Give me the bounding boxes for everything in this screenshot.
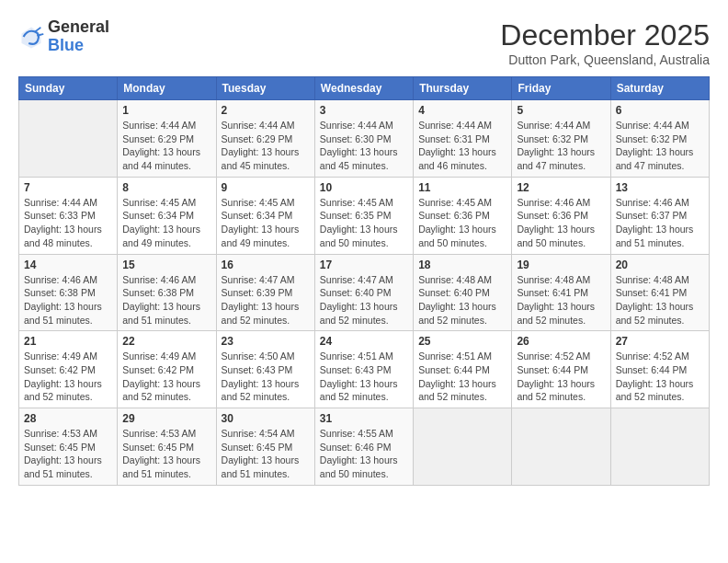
calendar-cell: 14Sunrise: 4:46 AMSunset: 6:38 PMDayligh… <box>19 254 118 331</box>
day-number: 1 <box>122 104 210 117</box>
calendar-cell <box>610 408 709 486</box>
day-number: 13 <box>616 181 704 194</box>
day-number: 17 <box>320 259 408 271</box>
calendar-week-row: 14Sunrise: 4:46 AMSunset: 6:38 PMDayligh… <box>19 254 710 331</box>
day-info: Sunrise: 4:51 AMSunset: 6:43 PMDaylight:… <box>320 350 408 404</box>
day-info: Sunrise: 4:44 AMSunset: 6:33 PMDaylight:… <box>24 196 112 250</box>
day-info: Sunrise: 4:53 AMSunset: 6:45 PMDaylight:… <box>24 427 112 481</box>
day-number: 30 <box>222 412 310 425</box>
calendar-cell: 2Sunrise: 4:44 AMSunset: 6:29 PMDaylight… <box>216 100 314 178</box>
day-number: 24 <box>320 335 408 348</box>
day-number: 3 <box>320 104 408 117</box>
day-info: Sunrise: 4:48 AMSunset: 6:41 PMDaylight:… <box>616 273 704 327</box>
day-number: 16 <box>222 259 310 271</box>
day-info: Sunrise: 4:49 AMSunset: 6:42 PMDaylight:… <box>122 350 210 404</box>
day-info: Sunrise: 4:44 AMSunset: 6:31 PMDaylight:… <box>418 119 506 173</box>
day-info: Sunrise: 4:45 AMSunset: 6:35 PMDaylight:… <box>320 196 408 250</box>
day-number: 26 <box>517 335 605 348</box>
day-number: 4 <box>418 104 506 117</box>
day-number: 23 <box>222 335 310 348</box>
calendar-cell: 18Sunrise: 4:48 AMSunset: 6:40 PMDayligh… <box>414 254 512 331</box>
day-number: 11 <box>418 181 506 194</box>
day-of-week-header: Wednesday <box>314 77 413 100</box>
day-info: Sunrise: 4:46 AMSunset: 6:36 PMDaylight:… <box>517 196 605 250</box>
logo-general: General <box>48 18 109 37</box>
day-info: Sunrise: 4:45 AMSunset: 6:36 PMDaylight:… <box>418 196 506 250</box>
day-number: 22 <box>122 335 210 348</box>
day-info: Sunrise: 4:49 AMSunset: 6:42 PMDaylight:… <box>24 350 112 404</box>
calendar-cell: 10Sunrise: 4:45 AMSunset: 6:35 PMDayligh… <box>314 177 413 254</box>
day-of-week-header: Sunday <box>19 77 118 100</box>
calendar-cell: 28Sunrise: 4:53 AMSunset: 6:45 PMDayligh… <box>19 408 118 486</box>
day-number: 12 <box>517 181 605 194</box>
calendar-cell: 13Sunrise: 4:46 AMSunset: 6:37 PMDayligh… <box>610 177 709 254</box>
day-of-week-header: Tuesday <box>216 77 314 100</box>
calendar-cell <box>414 408 512 486</box>
logo-blue: Blue <box>48 37 109 55</box>
calendar-cell: 26Sunrise: 4:52 AMSunset: 6:44 PMDayligh… <box>512 331 610 408</box>
day-of-week-header: Thursday <box>414 77 512 100</box>
calendar-cell: 22Sunrise: 4:49 AMSunset: 6:42 PMDayligh… <box>118 331 216 408</box>
calendar-cell: 25Sunrise: 4:51 AMSunset: 6:44 PMDayligh… <box>414 331 512 408</box>
day-info: Sunrise: 4:46 AMSunset: 6:38 PMDaylight:… <box>24 273 112 327</box>
calendar-cell: 1Sunrise: 4:44 AMSunset: 6:29 PMDaylight… <box>118 100 216 178</box>
day-info: Sunrise: 4:55 AMSunset: 6:46 PMDaylight:… <box>320 427 408 481</box>
calendar-cell: 21Sunrise: 4:49 AMSunset: 6:42 PMDayligh… <box>19 331 118 408</box>
day-info: Sunrise: 4:53 AMSunset: 6:45 PMDaylight:… <box>122 427 210 481</box>
calendar-body: 1Sunrise: 4:44 AMSunset: 6:29 PMDaylight… <box>19 100 710 486</box>
page-subtitle: Dutton Park, Queensland, Australia <box>500 52 710 67</box>
day-number: 25 <box>418 335 506 348</box>
day-info: Sunrise: 4:44 AMSunset: 6:29 PMDaylight:… <box>222 119 310 173</box>
calendar-week-row: 21Sunrise: 4:49 AMSunset: 6:42 PMDayligh… <box>19 331 710 408</box>
calendar-cell <box>19 100 118 178</box>
day-number: 9 <box>222 181 310 194</box>
calendar-cell: 24Sunrise: 4:51 AMSunset: 6:43 PMDayligh… <box>314 331 413 408</box>
day-info: Sunrise: 4:50 AMSunset: 6:43 PMDaylight:… <box>222 350 310 404</box>
calendar-week-row: 7Sunrise: 4:44 AMSunset: 6:33 PMDaylight… <box>19 177 710 254</box>
calendar-cell: 3Sunrise: 4:44 AMSunset: 6:30 PMDaylight… <box>314 100 413 178</box>
calendar-cell: 5Sunrise: 4:44 AMSunset: 6:32 PMDaylight… <box>512 100 610 178</box>
calendar-cell: 15Sunrise: 4:46 AMSunset: 6:38 PMDayligh… <box>118 254 216 331</box>
day-number: 18 <box>418 259 506 271</box>
calendar-cell: 16Sunrise: 4:47 AMSunset: 6:39 PMDayligh… <box>216 254 314 331</box>
day-number: 6 <box>616 104 704 117</box>
day-number: 20 <box>616 259 704 271</box>
calendar-cell: 4Sunrise: 4:44 AMSunset: 6:31 PMDaylight… <box>414 100 512 178</box>
title-area: December 2025 Dutton Park, Queensland, A… <box>500 18 710 67</box>
day-number: 27 <box>616 335 704 348</box>
calendar-cell: 29Sunrise: 4:53 AMSunset: 6:45 PMDayligh… <box>118 408 216 486</box>
day-of-week-header: Friday <box>512 77 610 100</box>
day-number: 28 <box>24 412 112 425</box>
day-info: Sunrise: 4:51 AMSunset: 6:44 PMDaylight:… <box>418 350 506 404</box>
day-number: 15 <box>122 259 210 271</box>
page-title: December 2025 <box>500 18 710 52</box>
logo-icon <box>18 24 44 50</box>
calendar-cell: 19Sunrise: 4:48 AMSunset: 6:41 PMDayligh… <box>512 254 610 331</box>
day-number: 14 <box>24 259 112 271</box>
day-info: Sunrise: 4:48 AMSunset: 6:40 PMDaylight:… <box>418 273 506 327</box>
day-number: 10 <box>320 181 408 194</box>
calendar-cell: 12Sunrise: 4:46 AMSunset: 6:36 PMDayligh… <box>512 177 610 254</box>
day-of-week-header: Saturday <box>610 77 709 100</box>
calendar-cell: 11Sunrise: 4:45 AMSunset: 6:36 PMDayligh… <box>414 177 512 254</box>
calendar-cell: 8Sunrise: 4:45 AMSunset: 6:34 PMDaylight… <box>118 177 216 254</box>
day-info: Sunrise: 4:52 AMSunset: 6:44 PMDaylight:… <box>517 350 605 404</box>
day-info: Sunrise: 4:44 AMSunset: 6:29 PMDaylight:… <box>122 119 210 173</box>
day-info: Sunrise: 4:45 AMSunset: 6:34 PMDaylight:… <box>122 196 210 250</box>
calendar-week-row: 1Sunrise: 4:44 AMSunset: 6:29 PMDaylight… <box>19 100 710 178</box>
calendar-cell <box>512 408 610 486</box>
calendar-header: SundayMondayTuesdayWednesdayThursdayFrid… <box>19 77 710 100</box>
day-info: Sunrise: 4:48 AMSunset: 6:41 PMDaylight:… <box>517 273 605 327</box>
day-number: 5 <box>517 104 605 117</box>
calendar-cell: 7Sunrise: 4:44 AMSunset: 6:33 PMDaylight… <box>19 177 118 254</box>
day-info: Sunrise: 4:47 AMSunset: 6:40 PMDaylight:… <box>320 273 408 327</box>
header: General Blue December 2025 Dutton Park, … <box>18 18 710 67</box>
day-info: Sunrise: 4:52 AMSunset: 6:44 PMDaylight:… <box>616 350 704 404</box>
days-of-week-row: SundayMondayTuesdayWednesdayThursdayFrid… <box>19 77 710 100</box>
day-info: Sunrise: 4:44 AMSunset: 6:30 PMDaylight:… <box>320 119 408 173</box>
day-info: Sunrise: 4:46 AMSunset: 6:38 PMDaylight:… <box>122 273 210 327</box>
logo: General Blue <box>18 18 109 55</box>
day-number: 21 <box>24 335 112 348</box>
calendar-cell: 6Sunrise: 4:44 AMSunset: 6:32 PMDaylight… <box>610 100 709 178</box>
calendar-cell: 30Sunrise: 4:54 AMSunset: 6:45 PMDayligh… <box>216 408 314 486</box>
